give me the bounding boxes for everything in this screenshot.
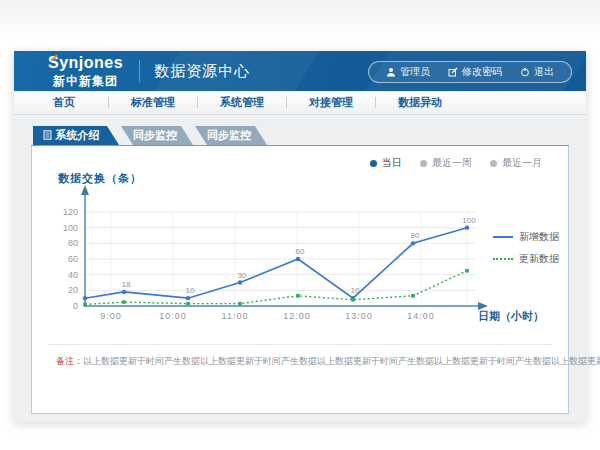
series-line-1 [85, 271, 467, 305]
y-axis-arrow-icon [81, 185, 89, 195]
y-tick-label: 100 [63, 223, 78, 233]
chart-panel: 当日 最近一周 最近一月 数据交换（条） 日期（小时） 020406080100… [31, 145, 569, 414]
page-title: 数据资源中心 [154, 62, 250, 81]
user-icon [386, 67, 396, 77]
radio-icon [490, 160, 497, 167]
note-text: 以上数据更新于时间产生数据以上数据更新于时间产生数据以上数据更新于时间产生数据以… [83, 356, 600, 366]
data-point [296, 294, 300, 298]
nav-item-standard-mgmt[interactable]: 标准管理 [109, 95, 197, 110]
note-label: 备注： [56, 356, 83, 366]
data-point-label: 10 [186, 286, 195, 295]
header-bar: Synjones 新中新集团 数据资源中心 管理员 修改密码 [14, 51, 586, 91]
y-axis-title: 数据交换（条） [58, 171, 142, 186]
brand-name: Synjones [48, 55, 123, 71]
data-point [296, 257, 300, 261]
legend-label: 新增数据 [519, 230, 559, 244]
y-tick-label: 60 [68, 254, 78, 264]
main-nav: 首页 标准管理 系统管理 对接管理 数据异动 [14, 91, 586, 115]
nav-item-data-change[interactable]: 数据异动 [376, 95, 464, 110]
tab-label: 系统介绍 [56, 128, 100, 143]
time-range-filter: 当日 最近一周 最近一月 [370, 156, 542, 170]
data-point [411, 241, 415, 245]
filter-label: 最近一月 [502, 156, 542, 170]
filter-label: 当日 [382, 156, 402, 170]
data-point [186, 302, 190, 306]
x-tick-label: 14:00 [407, 311, 435, 321]
y-tick-label: 0 [73, 301, 78, 311]
tab-sync-monitor-1[interactable]: 同步监控 [121, 126, 193, 145]
main-content: 系统介绍 同步监控 同步监控 当日 最近一周 [14, 126, 586, 433]
radio-selected-icon [370, 160, 377, 167]
tab-sync-monitor-2[interactable]: 同步监控 [195, 126, 267, 145]
data-point [238, 280, 242, 284]
data-point [465, 269, 469, 273]
logo: Synjones 新中新集团 [48, 55, 123, 87]
app-window: Synjones 新中新集团 数据资源中心 管理员 修改密码 [14, 51, 586, 422]
data-point [83, 303, 87, 307]
legend-label: 更新数据 [519, 252, 559, 266]
data-point [351, 298, 355, 302]
filter-last-month[interactable]: 最近一月 [490, 156, 542, 170]
y-tick-label: 20 [68, 285, 78, 295]
power-icon [520, 67, 530, 77]
data-point [83, 296, 87, 300]
data-point-label: 10 [351, 286, 360, 295]
header-divider [139, 60, 140, 82]
data-point [122, 300, 126, 304]
radio-icon [420, 160, 427, 167]
x-tick-label: 10:00 [159, 311, 187, 321]
x-tick-label: 13:00 [345, 311, 373, 321]
tab-bar: 系统介绍 同步监控 同步监控 [33, 126, 586, 145]
solid-line-swatch [493, 236, 513, 238]
logout-button[interactable]: 退出 [511, 65, 563, 79]
footer-note: 备注：以上数据更新于时间产生数据以上数据更新于时间产生数据以上数据更新于时间产生… [56, 355, 600, 368]
x-tick-label: 9:00 [100, 311, 122, 321]
change-password-button[interactable]: 修改密码 [439, 65, 511, 79]
data-point [465, 225, 469, 229]
y-tick-label: 120 [63, 207, 78, 217]
data-point-label: 30 [238, 271, 247, 280]
x-tick-label: 12:00 [283, 311, 311, 321]
company-name: 新中新集团 [48, 75, 123, 87]
data-point-label: 100 [462, 216, 476, 225]
data-point-label: 18 [122, 280, 131, 289]
data-point-label: 80 [411, 231, 420, 240]
chart-legend: 新增数据 更新数据 [493, 230, 559, 274]
admin-label: 管理员 [400, 65, 430, 79]
user-menu: 管理员 修改密码 退出 [368, 61, 572, 83]
nav-item-home[interactable]: 首页 [20, 95, 108, 110]
y-tick-label: 40 [68, 270, 78, 280]
nav-item-system-mgmt[interactable]: 系统管理 [198, 95, 286, 110]
data-point [122, 290, 126, 294]
y-tick-label: 80 [68, 238, 78, 248]
x-tick-label: 11:00 [222, 311, 249, 321]
dotted-line-swatch [493, 258, 513, 260]
legend-item-update-data[interactable]: 更新数据 [493, 252, 559, 266]
tab-label: 同步监控 [207, 128, 251, 143]
data-point [411, 294, 415, 298]
document-icon [43, 130, 52, 142]
data-point-label: 60 [296, 247, 305, 256]
tab-system-intro[interactable]: 系统介绍 [33, 126, 119, 145]
edit-icon [448, 67, 458, 77]
logout-label: 退出 [534, 65, 554, 79]
nav-item-interface-mgmt[interactable]: 对接管理 [287, 95, 375, 110]
filter-label: 最近一周 [432, 156, 472, 170]
filter-today[interactable]: 当日 [370, 156, 402, 170]
x-axis-title: 日期（小时） [478, 309, 544, 324]
change-password-label: 修改密码 [462, 65, 502, 79]
admin-button[interactable]: 管理员 [377, 65, 439, 79]
data-point [186, 296, 190, 300]
filter-last-week[interactable]: 最近一周 [420, 156, 472, 170]
legend-item-new-data[interactable]: 新增数据 [493, 230, 559, 244]
tab-label: 同步监控 [133, 128, 177, 143]
data-point [238, 302, 242, 306]
